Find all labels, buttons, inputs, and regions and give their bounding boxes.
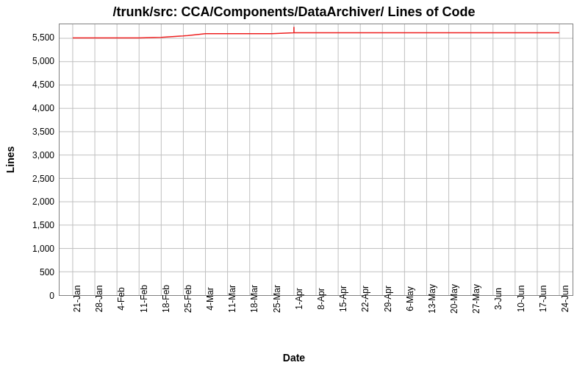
y-tick-label: 4,000: [32, 103, 54, 113]
y-tick-label: 5,000: [32, 56, 54, 66]
x-tick-label: 4-Feb: [116, 287, 126, 310]
chart-container: /trunk/src: CCA/Components/DataArchiver/…: [0, 0, 588, 368]
x-tick-label: 8-Apr: [316, 288, 326, 309]
y-axis-label: Lines: [4, 146, 16, 174]
plot-area: [59, 24, 573, 296]
x-tick-label: 25-Mar: [272, 285, 282, 313]
y-tick-label: 500: [40, 267, 54, 277]
x-tick-label: 11-Mar: [227, 285, 237, 313]
x-tick-label: 3-Jun: [493, 288, 503, 310]
y-tick-label: 2,000: [32, 197, 54, 207]
x-tick-label: 18-Feb: [161, 285, 171, 313]
y-tick-label: 0: [49, 291, 54, 301]
y-tick-label: 5,500: [32, 32, 54, 43]
x-tick-label: 4-Mar: [205, 287, 215, 310]
y-tick-label: 3,000: [32, 150, 54, 160]
x-tick-label: 24-Jun: [560, 286, 570, 313]
x-tick-label: 28-Jan: [94, 286, 104, 313]
y-tick-label: 1,000: [32, 244, 54, 254]
x-tick-label: 1-Apr: [294, 288, 304, 309]
chart-title: /trunk/src: CCA/Components/DataArchiver/…: [0, 4, 588, 20]
x-tick-label: 27-May: [471, 284, 481, 314]
x-axis-label: Date: [0, 352, 588, 364]
x-tick-label: 21-Jan: [72, 286, 82, 313]
x-tick-label: 18-Mar: [249, 285, 259, 313]
x-tick-label: 20-May: [449, 284, 459, 314]
y-tick-label: 1,500: [32, 220, 54, 230]
x-tick-label: 29-Apr: [383, 286, 393, 312]
y-tick-label: 4,500: [32, 79, 54, 90]
x-tick-label: 22-Apr: [360, 286, 370, 312]
gridlines: [60, 24, 573, 295]
x-tick-label: 15-Apr: [338, 286, 348, 312]
y-tick-label: 3,500: [32, 127, 54, 137]
x-tick-label: 13-May: [427, 284, 437, 314]
y-tick-label: 2,500: [32, 174, 54, 184]
x-tick-label: 25-Feb: [183, 285, 193, 313]
x-tick-label: 17-Jun: [538, 286, 548, 313]
x-tick-label: 6-May: [405, 286, 415, 311]
plot-svg: [60, 24, 573, 295]
x-tick-label: 11-Feb: [139, 285, 149, 313]
x-tick-label: 10-Jun: [516, 286, 526, 313]
